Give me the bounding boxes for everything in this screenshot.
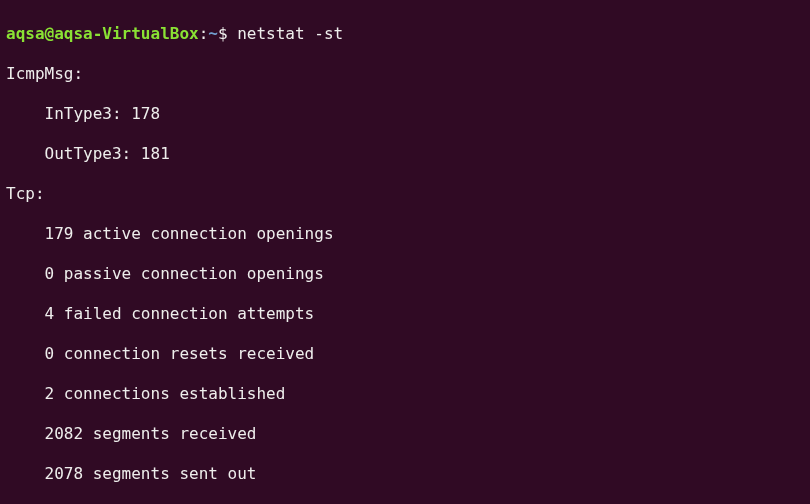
- prompt-user-host: aqsa@aqsa-VirtualBox: [6, 24, 199, 43]
- prompt-dollar: $: [218, 24, 237, 43]
- output-line: 2078 segments sent out: [6, 464, 804, 484]
- prompt-path: ~: [208, 24, 218, 43]
- output-line: InType3: 178: [6, 104, 804, 124]
- section-header-icmp: IcmpMsg:: [6, 64, 804, 84]
- output-line: 2 connections established: [6, 384, 804, 404]
- prompt-line: aqsa@aqsa-VirtualBox:~$ netstat -st: [6, 24, 804, 44]
- section-header-tcp: Tcp:: [6, 184, 804, 204]
- prompt-colon: :: [199, 24, 209, 43]
- terminal-output[interactable]: aqsa@aqsa-VirtualBox:~$ netstat -st Icmp…: [0, 0, 810, 504]
- output-line: 4 failed connection attempts: [6, 304, 804, 324]
- output-line: 2082 segments received: [6, 424, 804, 444]
- command-text: netstat -st: [237, 24, 343, 43]
- output-line: 179 active connection openings: [6, 224, 804, 244]
- output-line: 0 passive connection openings: [6, 264, 804, 284]
- output-line: OutType3: 181: [6, 144, 804, 164]
- output-line: 0 connection resets received: [6, 344, 804, 364]
